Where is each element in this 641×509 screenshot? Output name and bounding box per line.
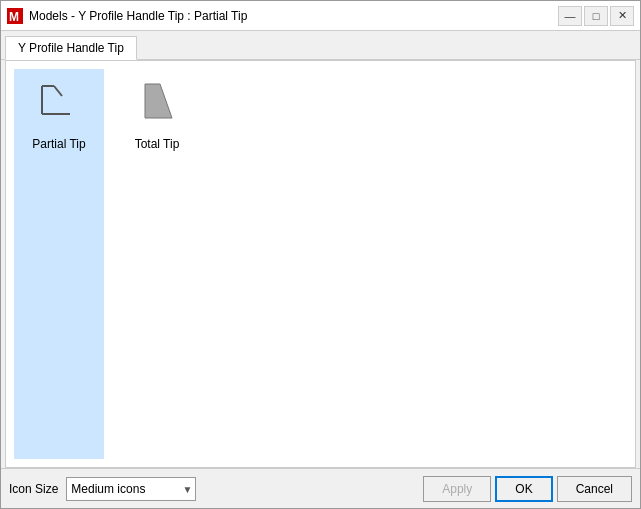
window-title: Models - Y Profile Handle Tip : Partial … <box>29 9 247 23</box>
icon-size-select[interactable]: Small icons Medium icons Large icons <box>66 477 196 501</box>
svg-line-5 <box>54 86 62 96</box>
tab-bar: Y Profile Handle Tip <box>1 31 640 60</box>
minimize-button[interactable]: — <box>558 6 582 26</box>
tab-y-profile-handle-tip[interactable]: Y Profile Handle Tip <box>5 36 137 60</box>
svg-marker-6 <box>145 84 172 118</box>
main-window: M Models - Y Profile Handle Tip : Partia… <box>0 0 641 509</box>
app-icon: M <box>7 8 23 24</box>
apply-button[interactable]: Apply <box>423 476 491 502</box>
content-area: Partial Tip Total Tip <box>5 60 636 468</box>
title-bar: M Models - Y Profile Handle Tip : Partia… <box>1 1 640 31</box>
icon-size-label: Icon Size <box>9 482 58 496</box>
close-button[interactable]: ✕ <box>610 6 634 26</box>
model-item-total-tip[interactable]: Total Tip <box>112 69 202 459</box>
maximize-button[interactable]: □ <box>584 6 608 26</box>
cancel-button[interactable]: Cancel <box>557 476 632 502</box>
title-bar-controls: — □ ✕ <box>558 6 634 26</box>
icon-size-select-wrapper: Small icons Medium icons Large icons ▼ <box>66 477 196 501</box>
title-bar-left: M Models - Y Profile Handle Tip : Partia… <box>7 8 247 24</box>
total-tip-label: Total Tip <box>135 137 180 151</box>
footer-left: Icon Size Small icons Medium icons Large… <box>9 477 196 501</box>
footer: Icon Size Small icons Medium icons Large… <box>1 468 640 508</box>
partial-tip-label: Partial Tip <box>32 137 85 151</box>
total-tip-icon <box>127 73 187 133</box>
partial-tip-icon <box>29 73 89 133</box>
svg-text:M: M <box>9 10 19 24</box>
model-item-partial-tip[interactable]: Partial Tip <box>14 69 104 459</box>
ok-button[interactable]: OK <box>495 476 552 502</box>
footer-buttons: Apply OK Cancel <box>423 476 632 502</box>
